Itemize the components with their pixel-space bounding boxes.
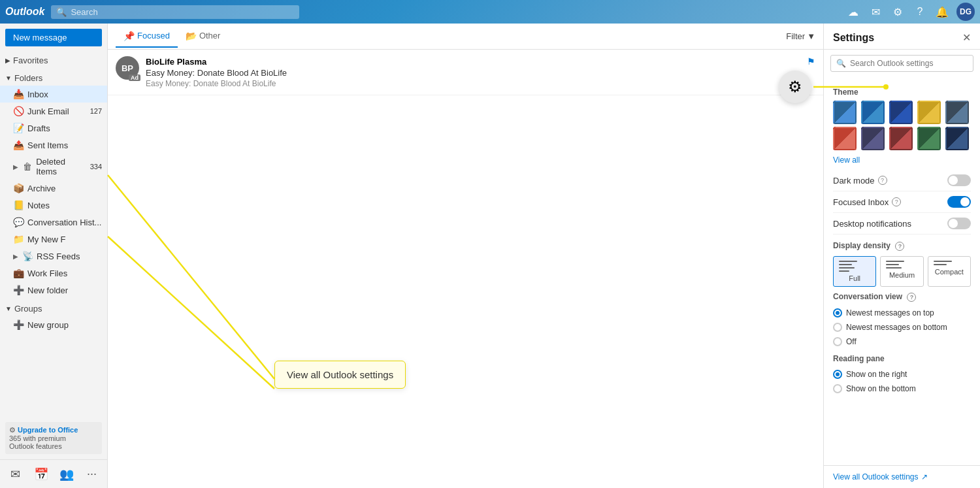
deleted-badge: 334 xyxy=(90,163,102,171)
more-icon[interactable]: ··· xyxy=(82,464,102,485)
focused-inbox-info-icon[interactable]: ? xyxy=(892,197,901,206)
conv-view-info-icon[interactable]: ? xyxy=(907,293,916,302)
focused-inbox-toggle[interactable] xyxy=(947,196,971,208)
chevron-down-icon: ▼ xyxy=(5,305,12,312)
new-message-button[interactable]: New message xyxy=(5,29,102,46)
people-icon[interactable]: 👥 xyxy=(56,464,76,485)
email-sender: BioLife Plasma xyxy=(146,57,206,67)
radio-circle xyxy=(833,384,842,393)
folders-label: Folders xyxy=(14,73,42,83)
theme-grid xyxy=(833,101,971,150)
density-compact[interactable]: Compact xyxy=(928,256,971,287)
display-density-info-icon[interactable]: ? xyxy=(895,242,904,251)
conv-newest-bottom[interactable]: Newest messages on bottom xyxy=(833,320,971,334)
reading-bottom[interactable]: Show on the bottom xyxy=(833,382,971,396)
sidebar-item-label: Archive xyxy=(27,184,56,193)
sidebar-item-junk[interactable]: 🚫 Junk Email 127 xyxy=(0,103,107,120)
tab-other[interactable]: 📂 Other xyxy=(178,25,229,48)
conv-off[interactable]: Off xyxy=(833,334,971,349)
chevron-down-icon: ▼ xyxy=(5,74,12,82)
theme-section-title: Theme xyxy=(833,88,971,97)
theme-swatch-3[interactable] xyxy=(889,101,913,124)
reading-right[interactable]: Show on the right xyxy=(833,367,971,382)
density-full-label: Full xyxy=(849,274,860,282)
settings-search[interactable]: 🔍 xyxy=(830,55,973,72)
theme-swatch-7[interactable] xyxy=(861,127,885,150)
email-preview: Easy Money: Donate Blood At BioLife xyxy=(146,79,815,88)
conversation-view-options: Newest messages on top Newest messages o… xyxy=(833,306,971,349)
calendar-icon[interactable]: 📅 xyxy=(31,464,51,485)
help-icon[interactable]: ? xyxy=(912,4,928,20)
sidebar-item-deleted[interactable]: ▶ 🗑 Deleted Items 334 xyxy=(0,154,107,180)
tab-focused[interactable]: 📌 Focused xyxy=(116,25,178,48)
mail-icon[interactable]: ✉ xyxy=(5,464,25,485)
sidebar-item-sent[interactable]: 📤 Sent Items xyxy=(0,137,107,154)
search-bar[interactable]: 🔍 xyxy=(51,5,299,19)
upgrade-link[interactable]: Upgrade to Office xyxy=(18,426,78,434)
view-all-settings-link[interactable]: View all Outlook settings ↗ xyxy=(824,465,980,488)
notification-icon[interactable]: 🔔 xyxy=(934,4,950,20)
settings-title: Settings xyxy=(833,32,874,44)
theme-swatch-2[interactable] xyxy=(861,101,885,124)
density-medium[interactable]: Medium xyxy=(880,256,923,287)
theme-swatch-10[interactable] xyxy=(945,127,969,150)
main-container: New message ▶ Favorites ▼ Folders 📥 Inbo… xyxy=(0,24,980,488)
theme-swatch-5[interactable] xyxy=(945,101,969,124)
upgrade-text: 365 with premium xyxy=(9,434,66,442)
density-full[interactable]: Full xyxy=(833,256,876,287)
reading-bottom-label: Show on the bottom xyxy=(846,384,916,393)
conversation-view-title: Conversation view ? xyxy=(833,292,971,302)
theme-swatch-6[interactable] xyxy=(833,127,857,150)
expand-icon: ▶ xyxy=(13,253,18,260)
settings-search-input[interactable] xyxy=(850,59,968,68)
content-area: 📌 Focused 📂 Other Filter ▼ BP Ad xyxy=(108,24,823,488)
dark-mode-info-icon[interactable]: ? xyxy=(878,176,887,185)
email-item[interactable]: BP Ad BioLife Plasma ⚑ Easy Money: Donat… xyxy=(108,50,823,95)
inbox-icon: 📥 xyxy=(13,89,24,99)
conv-history-icon: 💬 xyxy=(13,217,24,227)
sidebar-item-drafts[interactable]: 📝 Drafts xyxy=(0,120,107,137)
display-density-title: Display density ? xyxy=(833,241,971,251)
dark-mode-toggle[interactable] xyxy=(947,174,971,186)
sidebar-item-inbox[interactable]: 📥 Inbox xyxy=(0,86,107,103)
sidebar-item-new-folder[interactable]: ➕ New folder xyxy=(0,282,107,299)
sidebar-item-work-files[interactable]: 💼 Work Files xyxy=(0,265,107,282)
settings-header: Settings ✕ xyxy=(824,24,980,50)
filter-chevron-icon: ▼ xyxy=(807,31,815,41)
notes-icon: 📒 xyxy=(13,200,24,210)
email-avatar: BP Ad xyxy=(116,56,139,80)
conv-newest-top[interactable]: Newest messages on top xyxy=(833,306,971,320)
email-header: BioLife Plasma ⚑ xyxy=(146,56,815,67)
flag-icon[interactable]: ⚑ xyxy=(807,56,815,67)
view-all-themes-link[interactable]: View all xyxy=(833,155,971,165)
theme-swatch-1[interactable] xyxy=(833,101,857,124)
settings-close-button[interactable]: ✕ xyxy=(962,31,971,44)
theme-swatch-8[interactable] xyxy=(889,127,913,150)
theme-swatch-9[interactable] xyxy=(917,127,941,150)
focused-tab-label: Focused xyxy=(137,31,170,41)
send-icon[interactable]: ✉ xyxy=(868,4,883,20)
desktop-notifications-toggle[interactable] xyxy=(947,218,971,229)
avatar[interactable]: DG xyxy=(956,3,975,21)
sidebar-item-new-group[interactable]: ➕ New group xyxy=(0,316,107,333)
sidebar-item-archive[interactable]: 📦 Archive xyxy=(0,180,107,197)
sidebar-item-my-new-f[interactable]: 📁 My New F xyxy=(0,231,107,248)
groups-header[interactable]: ▼ Groups xyxy=(0,301,107,316)
filter-button[interactable]: Filter ▼ xyxy=(786,31,815,41)
reading-pane-title: Reading pane xyxy=(833,354,971,363)
archive-icon: 📦 xyxy=(13,183,24,193)
sidebar-item-conv-history[interactable]: 💬 Conversation Hist... xyxy=(0,214,107,231)
search-input[interactable] xyxy=(71,7,294,17)
sidebar-item-rss-feeds[interactable]: ▶ 📡 RSS Feeds xyxy=(0,248,107,265)
email-subject: Easy Money: Donate Blood At BioLife xyxy=(146,68,815,78)
email-content: BioLife Plasma ⚑ Easy Money: Donate Bloo… xyxy=(146,56,815,88)
sidebar-item-notes[interactable]: 📒 Notes xyxy=(0,197,107,214)
tabs-bar: 📌 Focused 📂 Other Filter ▼ xyxy=(108,24,823,50)
folders-header[interactable]: ▼ Folders xyxy=(0,71,107,86)
radio-circle xyxy=(833,323,842,332)
conv-off-label: Off xyxy=(846,337,857,346)
cloud-icon[interactable]: ☁ xyxy=(845,4,861,20)
favorites-header[interactable]: ▶ Favorites xyxy=(0,53,107,68)
settings-icon[interactable]: ⚙ xyxy=(890,4,906,20)
theme-swatch-4[interactable] xyxy=(917,101,941,124)
